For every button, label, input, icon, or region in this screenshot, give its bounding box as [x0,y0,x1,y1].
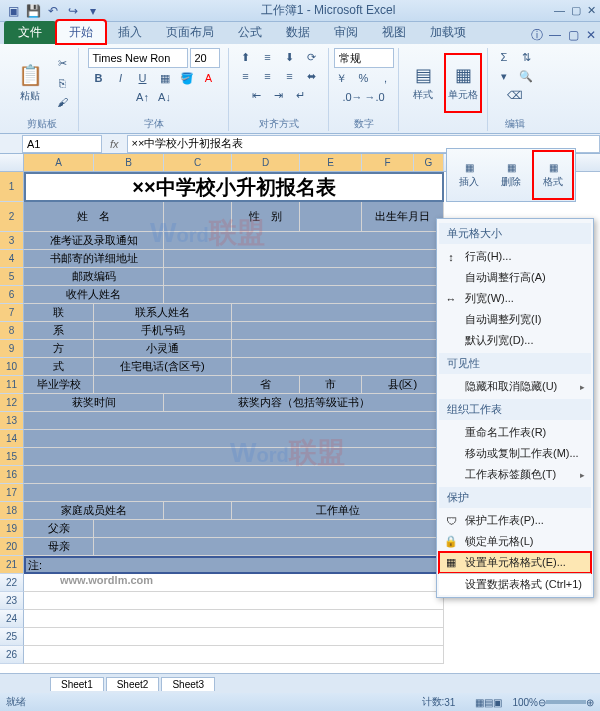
cell[interactable] [94,520,444,538]
cell[interactable] [164,202,232,232]
row-header[interactable]: 7 [0,304,24,322]
cell[interactable]: 住宅电话(含区号) [94,358,232,376]
menu-format-cells[interactable]: ▦设置单元格格式(E)... [439,552,591,573]
cell[interactable] [24,592,444,610]
menu-lock-cell[interactable]: 🔒锁定单元格(L) [439,531,591,552]
cell[interactable] [24,574,444,592]
cell[interactable]: 工作单位 [232,502,444,520]
find-button[interactable]: 🔍 [516,67,536,85]
row-header[interactable]: 26 [0,646,24,664]
row-header[interactable]: 19 [0,520,24,538]
view-normal-button[interactable]: ▦ [475,697,484,708]
col-f[interactable]: F [362,154,414,171]
fx-icon[interactable]: fx [102,138,127,150]
sheet-tab-2[interactable]: Sheet2 [106,677,160,691]
cell[interactable] [94,376,232,394]
cell[interactable]: 系 [24,322,94,340]
select-all-corner[interactable] [0,154,24,171]
menu-autofit-row[interactable]: 自动调整行高(A) [439,267,591,288]
decrease-decimal-button[interactable]: →.0 [365,88,385,106]
menu-col-width[interactable]: ↔列宽(W)... [439,288,591,309]
row-header[interactable]: 5 [0,268,24,286]
fill-color-button[interactable]: 🪣 [177,69,197,87]
redo-button[interactable]: ↪ [64,2,82,20]
row-header[interactable]: 9 [0,340,24,358]
clear-button[interactable]: ⌫ [505,86,525,104]
row-header[interactable]: 3 [0,232,24,250]
zoom-level[interactable]: 100% [512,697,538,708]
cell[interactable]: 获奖内容（包括等级证书） [164,394,444,412]
cell[interactable]: 母亲 [24,538,94,556]
fill-button[interactable]: ▾ [494,67,514,85]
cell[interactable] [24,448,444,466]
cell[interactable]: 注: [24,556,444,574]
styles-button[interactable]: ▤ 样式 [405,54,441,112]
number-format-combo[interactable]: 常规 [334,48,394,68]
menu-row-height[interactable]: ↕行高(H)... [439,246,591,267]
orientation-button[interactable]: ⟳ [302,48,322,66]
maximize-button[interactable]: ▢ [571,4,581,17]
cell[interactable]: 家庭成员姓名 [24,502,164,520]
insert-cells-button[interactable]: ▦ 插入 [449,151,489,199]
cell[interactable]: 小灵通 [94,340,232,358]
cell[interactable]: 准考证及录取通知 [24,232,164,250]
row-header[interactable]: 10 [0,358,24,376]
row-header[interactable]: 4 [0,250,24,268]
cell[interactable]: 邮政编码 [24,268,164,286]
name-box[interactable]: A1 [22,135,102,153]
font-size-combo[interactable]: 20 [190,48,220,68]
cell[interactable]: 书邮寄的详细地址 [24,250,164,268]
format-cells-button[interactable]: ▦ 格式 [533,151,573,199]
paste-button[interactable]: 📋 粘贴 [12,54,48,112]
cell[interactable]: 方 [24,340,94,358]
cells-button[interactable]: ▦ 单元格 [445,54,481,112]
sort-button[interactable]: ⇅ [516,48,536,66]
increase-decimal-button[interactable]: .0→ [343,88,363,106]
col-b[interactable]: B [94,154,164,171]
menu-tab-color[interactable]: 工作表标签颜色(T)▸ [439,464,591,485]
decrease-indent-button[interactable]: ⇤ [247,86,267,104]
row-header[interactable]: 1 [0,172,24,202]
tab-home[interactable]: 开始 [56,20,106,44]
cell[interactable] [164,232,444,250]
row-header[interactable]: 12 [0,394,24,412]
align-bottom-button[interactable]: ⬇ [280,48,300,66]
cell[interactable]: 获奖时间 [24,394,164,412]
align-top-button[interactable]: ⬆ [236,48,256,66]
sheet-tab-1[interactable]: Sheet1 [50,677,104,691]
tab-insert[interactable]: 插入 [106,21,154,44]
wrap-text-button[interactable]: ↵ [291,86,311,104]
zoom-in-button[interactable]: ⊕ [586,697,594,708]
minimize-button[interactable]: — [554,4,565,17]
row-header[interactable]: 16 [0,466,24,484]
cell[interactable]: 父亲 [24,520,94,538]
format-painter-button[interactable]: 🖌 [52,93,72,111]
align-center-button[interactable]: ≡ [258,67,278,85]
menu-default-col[interactable]: 默认列宽(D)... [439,330,591,351]
col-d[interactable]: D [232,154,300,171]
align-left-button[interactable]: ≡ [236,67,256,85]
tab-view[interactable]: 视图 [370,21,418,44]
col-g[interactable]: G [414,154,444,171]
underline-button[interactable]: U [133,69,153,87]
restore-icon[interactable]: ▢ [564,26,582,44]
increase-indent-button[interactable]: ⇥ [269,86,289,104]
cell[interactable]: 姓 名 [24,202,164,232]
row-header[interactable]: 23 [0,592,24,610]
qat-dropdown[interactable]: ▾ [84,2,102,20]
cell[interactable]: 省 [232,376,300,394]
row-header[interactable]: 24 [0,610,24,628]
row-header[interactable]: 25 [0,628,24,646]
title-cell[interactable]: ××中学校小升初报名表 [24,172,444,202]
row-header[interactable]: 22 [0,574,24,592]
col-a[interactable]: A [24,154,94,171]
sheet-tab-3[interactable]: Sheet3 [161,677,215,691]
cell[interactable] [164,268,444,286]
view-layout-button[interactable]: ▤ [484,697,493,708]
cell[interactable]: 式 [24,358,94,376]
row-header[interactable]: 14 [0,430,24,448]
zoom-out-button[interactable]: ⊖ [538,697,546,708]
cell[interactable] [164,286,444,304]
row-header[interactable]: 17 [0,484,24,502]
cell[interactable]: 联 [24,304,94,322]
